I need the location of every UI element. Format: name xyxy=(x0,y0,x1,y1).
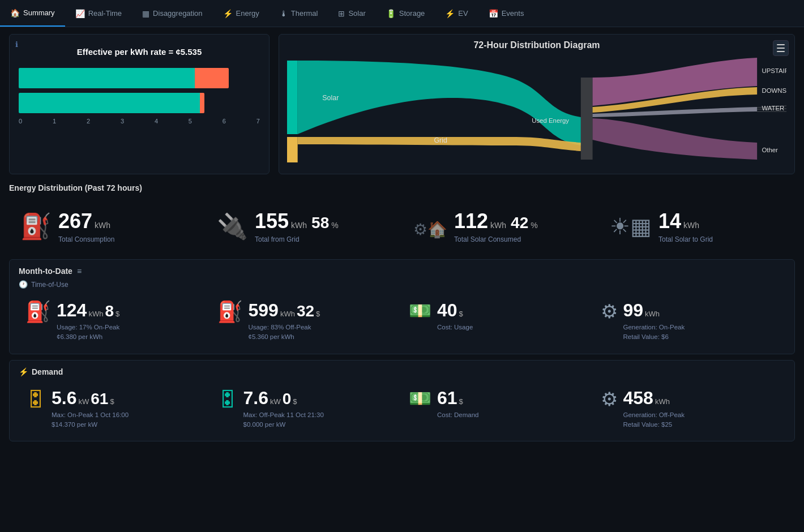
main-content: ℹ Effective per kWh rate = ¢5.535 xyxy=(0,27,804,448)
rate-bars xyxy=(19,68,260,113)
nav-summary[interactable]: 🏠 Summary xyxy=(0,0,65,27)
demand-onpeak-icon: 🎛 xyxy=(25,388,46,411)
demand-offpeak-card: 🎛 7.6 kW 0 $ Max: Off-Peak 11 Oct 21:30 … xyxy=(211,383,403,435)
solar-grid-values: 14 kWh Total Solar to Grid xyxy=(658,209,713,243)
nav-disaggregation[interactable]: ▦ Disaggregation xyxy=(132,0,212,27)
mtd-title: Month-to-Date xyxy=(19,267,72,276)
energy-metric-cards: ⛽ 267 kWh Total Consumption 🔌 155 kWh 5 xyxy=(9,200,795,252)
rate-bar-row-1 xyxy=(19,68,260,88)
metric-card-solar-grid: ☀▦ 14 kWh Total Solar to Grid xyxy=(598,200,795,252)
nav-thermal[interactable]: 🌡 Thermal xyxy=(270,0,328,27)
offpeak-icon: ⛽ xyxy=(217,300,243,324)
demand-section: ⚡ Demand 🎛 5.6 kW 61 $ Max: On-Peak 1 Oc… xyxy=(9,360,795,442)
mtd-offpeak-card: ⛽ 599 kWh 32 $ Usage: 83% Off-Peak ¢5.36… xyxy=(211,295,403,347)
demand-cost-card: 💵 61 $ Cost: Demand xyxy=(402,383,594,435)
mtd-cards: ⛽ 124 kWh 8 $ Usage: 17% On-Peak ¢6.380 … xyxy=(19,295,785,347)
solar-home-icon: ⚙🏠 xyxy=(413,212,447,241)
nav-bar: 🏠 Summary 📈 Real-Time ▦ Disaggregation ⚡… xyxy=(0,0,804,27)
demand-onpeak-card: 🎛 5.6 kW 61 $ Max: On-Peak 1 Oct 16:00 $… xyxy=(19,383,211,435)
mtd-gen-onpeak-card: ⚙ 99 kWh Generation: On-Peak Retail Valu… xyxy=(594,295,786,347)
top-section: ℹ Effective per kWh rate = ¢5.535 xyxy=(9,34,795,174)
demand-header: ⚡ Demand xyxy=(19,367,785,376)
demand-offpeak-icon: 🎛 xyxy=(217,388,238,411)
sankey-panel: 72-Hour Distribution Diagram xyxy=(279,34,795,174)
demand-gen-icon: ⚙ xyxy=(601,388,618,410)
rate-bar-row-2 xyxy=(19,93,260,113)
consumption-values: 267 kWh Total Consumption xyxy=(58,209,114,243)
cost-icon: 💵 xyxy=(409,300,431,321)
nav-events[interactable]: 📅 Events xyxy=(478,0,534,27)
energy-icon: ⚡ xyxy=(223,9,233,18)
mtd-onpeak-card: ⛽ 124 kWh 8 $ Usage: 17% On-Peak ¢6.380 … xyxy=(19,295,211,347)
solar-consumed-values: 112 kWh 42 % Total Solar Consumed xyxy=(454,209,538,243)
nav-solar[interactable]: ⊞ Solar xyxy=(328,0,375,27)
disagg-icon: ▦ xyxy=(142,9,149,18)
metric-card-solar-consumed: ⚙🏠 112 kWh 42 % Total Solar Consumed xyxy=(402,200,598,252)
sankey-menu-button[interactable] xyxy=(773,40,789,56)
mtd-list-icon: ≡ xyxy=(77,267,82,276)
mtd-header: Month-to-Date ≡ xyxy=(19,267,785,276)
demand-bolt-icon: ⚡ xyxy=(19,367,28,376)
svg-text:Other: Other xyxy=(762,147,778,153)
sankey-diagram: UPSTAIRS AC DOWNSTAIRS AC WATER HEATER O… xyxy=(287,55,786,168)
demand-cards: 🎛 5.6 kW 61 $ Max: On-Peak 1 Oct 16:00 $… xyxy=(19,383,785,435)
onpeak-icon: ⛽ xyxy=(25,300,51,324)
energy-dist-title: Energy Distribution (Past 72 hours) xyxy=(9,183,795,192)
grid-values: 155 kWh 58 % Total from Grid xyxy=(255,209,339,243)
storage-icon: 🔋 xyxy=(386,9,396,18)
info-icon: ℹ xyxy=(15,40,18,49)
grid-icon: 🔌 xyxy=(217,212,248,241)
nav-realtime[interactable]: 📈 Real-Time xyxy=(65,0,132,27)
consumption-icon: ⛽ xyxy=(20,212,52,241)
rate-title: Effective per kWh rate = ¢5.535 xyxy=(19,47,260,57)
svg-text:WATER HEATER: WATER HEATER xyxy=(762,105,786,111)
svg-rect-0 xyxy=(287,61,298,134)
metric-card-grid: 🔌 155 kWh 58 % Total from Grid xyxy=(206,200,402,252)
demand-title: Demand xyxy=(32,367,63,376)
svg-rect-1 xyxy=(287,137,298,162)
rate-panel: ℹ Effective per kWh rate = ¢5.535 xyxy=(9,34,270,174)
clock-icon: 🕐 xyxy=(19,280,28,289)
mtd-cost-card: 💵 40 $ Cost: Usage xyxy=(402,295,594,347)
solar-icon: ⊞ xyxy=(338,9,345,18)
svg-text:Solar: Solar xyxy=(322,94,339,102)
svg-text:UPSTAIRS AC: UPSTAIRS AC xyxy=(762,67,786,74)
gen-icon: ⚙ xyxy=(601,300,618,323)
tou-label: 🕐 Time-of-Use xyxy=(19,280,785,289)
rate-axis: 0 1 2 3 4 5 6 7 xyxy=(19,118,260,125)
events-icon: 📅 xyxy=(489,9,498,18)
energy-distribution-section: Energy Distribution (Past 72 hours) ⛽ 26… xyxy=(9,183,795,252)
month-to-date-section: Month-to-Date ≡ 🕐 Time-of-Use ⛽ 124 kWh … xyxy=(9,259,795,354)
nav-ev[interactable]: ⚡ EV xyxy=(435,0,478,27)
svg-rect-2 xyxy=(581,78,593,160)
realtime-icon: 📈 xyxy=(75,9,85,18)
metric-card-consumption: ⛽ 267 kWh Total Consumption xyxy=(9,200,206,252)
nav-energy[interactable]: ⚡ Energy xyxy=(213,0,270,27)
svg-text:DOWNSTAIRS AC: DOWNSTAIRS AC xyxy=(762,87,786,94)
thermal-icon: 🌡 xyxy=(280,9,288,18)
ev-icon: ⚡ xyxy=(445,9,455,18)
nav-storage[interactable]: 🔋 Storage xyxy=(376,0,435,27)
solar-grid-icon: ☀▦ xyxy=(610,213,652,239)
demand-cost-icon: 💵 xyxy=(409,388,431,409)
svg-text:Used Energy: Used Energy xyxy=(532,117,569,124)
demand-gen-offpeak-card: ⚙ 458 kWh Generation: Off-Peak Retail Va… xyxy=(594,383,786,435)
svg-text:Grid: Grid xyxy=(434,136,447,144)
home-icon: 🏠 xyxy=(10,8,20,18)
sankey-title: 72-Hour Distribution Diagram xyxy=(287,40,786,50)
